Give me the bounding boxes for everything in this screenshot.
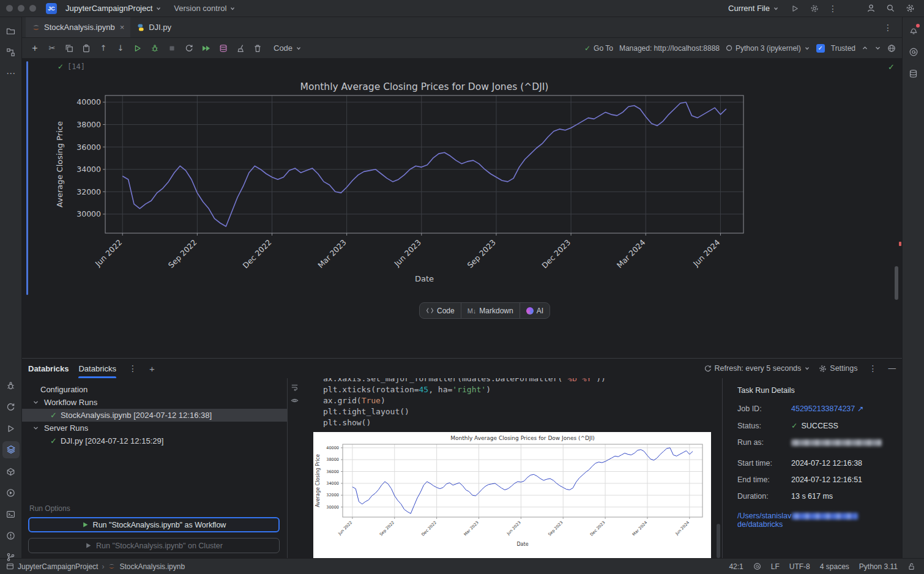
run-configuration-selector[interactable]: Current File	[724, 2, 783, 15]
indent-indicator[interactable]: 4 spaces	[820, 562, 849, 571]
eye-icon[interactable]	[291, 397, 299, 404]
clear-outputs-icon[interactable]	[233, 41, 248, 56]
preview-scrollbar[interactable]	[717, 524, 720, 558]
run-on-cluster-button[interactable]: Run "StockAnalysis.ipynb" on Cluster	[28, 538, 280, 553]
zoom-window-icon[interactable]	[29, 5, 36, 12]
kebab-menu-icon[interactable]: ⋮	[826, 4, 840, 13]
notebook-toolbar: + ✂ ↑ ↓ Code ✓Go To	[22, 38, 902, 59]
detail-row-start-time: Start time: 2024-07-12 12:16:38	[737, 459, 893, 468]
services-icon[interactable]	[2, 484, 20, 501]
cut-cell-icon[interactable]: ✂	[44, 41, 60, 56]
tab-stockanalysis-ipynb[interactable]: StockAnalysis.ipynb ×	[26, 17, 130, 37]
encoding-indicator[interactable]: UTF-8	[789, 562, 810, 571]
chevron-expanded-icon[interactable]	[31, 425, 40, 431]
chevron-down-icon[interactable]	[874, 45, 881, 51]
problems-icon[interactable]	[2, 527, 20, 544]
caret-position[interactable]: 42:1	[729, 562, 743, 571]
hide-panel-icon[interactable]: —	[889, 364, 896, 373]
line-separator-indicator[interactable]: LF	[771, 562, 780, 571]
close-window-icon[interactable]	[6, 5, 13, 12]
add-cell-icon[interactable]: +	[27, 41, 43, 56]
tool-window-title[interactable]: Databricks	[28, 364, 69, 373]
search-icon[interactable]	[882, 1, 898, 16]
add-tab-icon[interactable]: +	[149, 363, 155, 374]
svg-text:34000: 34000	[326, 481, 339, 486]
redacted-path-segment	[792, 513, 858, 520]
paste-cell-icon[interactable]	[78, 41, 94, 56]
ai-assistant-icon[interactable]	[905, 43, 922, 61]
run-all-cells-icon[interactable]	[198, 41, 214, 56]
debug-cell-icon[interactable]	[147, 41, 163, 56]
tab-list-kebab-icon[interactable]: ⋮	[126, 363, 140, 373]
tree-node-server-runs[interactable]: Server Runs	[22, 422, 287, 434]
tree-item-workflow-run[interactable]: ✓ StockAnalysis.ipynb [2024-07-12 12:16:…	[22, 409, 287, 422]
preview-editor[interactable]: ax.xaxis.set_major_formatter(mdates.Date…	[301, 378, 722, 558]
debug-icon[interactable]	[2, 377, 20, 394]
database-icon[interactable]	[215, 41, 231, 56]
soft-wrap-icon[interactable]	[291, 383, 299, 391]
unlocked-icon[interactable]	[907, 562, 915, 570]
run-tool-icon[interactable]	[2, 420, 20, 437]
job-id-link[interactable]: 452952133874237	[791, 404, 855, 413]
copy-cell-icon[interactable]	[61, 41, 77, 56]
terminal-icon[interactable]	[2, 505, 20, 523]
databricks-content-tab[interactable]: Databricks	[78, 359, 116, 378]
database-tool-icon[interactable]	[905, 65, 922, 82]
add-ai-cell-button[interactable]: AI	[520, 303, 550, 318]
editor-tab-bar: StockAnalysis.ipynb × DJI.py ⋮	[22, 17, 902, 38]
run-as-workflow-button[interactable]: Run "StockAnalysis.ipynb" as Workflow	[28, 517, 280, 532]
more-tool-windows-icon[interactable]: ⋯	[2, 65, 20, 82]
move-cell-up-icon[interactable]: ↑	[95, 41, 111, 56]
tab-options-kebab-icon[interactable]: ⋮	[881, 23, 895, 32]
project-folder-icon[interactable]	[2, 22, 20, 39]
external-link-icon[interactable]: ↗	[857, 404, 863, 413]
interrupt-kernel-icon[interactable]	[164, 41, 180, 56]
window-controls[interactable]	[6, 5, 36, 12]
user-account-icon[interactable]	[863, 1, 879, 16]
inline-ai-icon[interactable]	[753, 562, 761, 570]
editor-scrollbar[interactable]	[895, 266, 898, 300]
databricks-tool-icon[interactable]	[2, 441, 20, 458]
chevron-expanded-icon[interactable]	[31, 400, 40, 405]
notifications-icon[interactable]	[905, 22, 922, 39]
interpreter-indicator[interactable]: Python 3.11	[859, 562, 898, 571]
tree-item-configuration[interactable]: Configuration	[22, 383, 287, 396]
packages-icon[interactable]	[2, 463, 20, 480]
version-control-menu[interactable]: Version control	[170, 2, 240, 15]
svg-text:Jun 2022: Jun 2022	[337, 520, 354, 537]
run-path-link[interactable]: /Users/stanislavde/databricks	[737, 512, 893, 529]
managed-server-label[interactable]: Managed: http://localhost:8888	[619, 44, 720, 53]
chevron-up-icon[interactable]	[862, 45, 868, 51]
run-cell-icon[interactable]	[130, 41, 146, 56]
sync-icon[interactable]	[2, 398, 20, 416]
more-run-options-icon[interactable]	[807, 1, 822, 16]
structure-icon[interactable]	[2, 43, 20, 61]
trusted-checkbox[interactable]: ✓Trusted	[816, 44, 855, 53]
error-stripe-mark	[899, 242, 901, 246]
kernel-selector[interactable]: Python 3 (ipykernel)	[726, 44, 810, 53]
delete-cell-icon[interactable]	[250, 41, 266, 56]
panel-options-kebab-icon[interactable]: ⋮	[866, 363, 880, 373]
tree-node-workflow-runs[interactable]: Workflow Runs	[22, 396, 287, 409]
refresh-interval-selector[interactable]: Refresh: every 5 seconds	[704, 364, 811, 373]
panel-settings-button[interactable]: Settings	[819, 364, 857, 373]
add-code-cell-button[interactable]: Code	[420, 303, 461, 318]
status-file-crumb[interactable]: StockAnalysis.ipynb	[108, 562, 185, 571]
go-to-button[interactable]: ✓Go To	[584, 44, 613, 53]
close-tab-icon[interactable]: ×	[120, 23, 125, 32]
minimize-window-icon[interactable]	[18, 5, 24, 12]
cell-executed-check-icon: ✓	[58, 62, 64, 71]
globe-icon[interactable]	[887, 44, 896, 53]
add-markdown-cell-button[interactable]: M↓ Markdown	[461, 303, 520, 318]
run-button[interactable]	[787, 1, 803, 16]
cell-type-dropdown[interactable]: Code	[269, 42, 306, 54]
tab-dji-py[interactable]: DJI.py	[130, 17, 177, 37]
svg-text:32000: 32000	[76, 187, 101, 196]
settings-gear-icon[interactable]	[902, 1, 918, 16]
tree-item-server-run[interactable]: ✓ DJI.py [2024-07-12 12:15:29]	[22, 434, 287, 447]
notebook-editor[interactable]: ✓ [14] ✓ 300003200034000360003800040000J…	[22, 59, 902, 358]
move-cell-down-icon[interactable]: ↓	[113, 41, 129, 56]
restart-kernel-icon[interactable]	[181, 41, 197, 56]
git-branch-icon[interactable]	[2, 548, 20, 565]
project-menu[interactable]: JupyterCampaignProject	[61, 2, 166, 15]
